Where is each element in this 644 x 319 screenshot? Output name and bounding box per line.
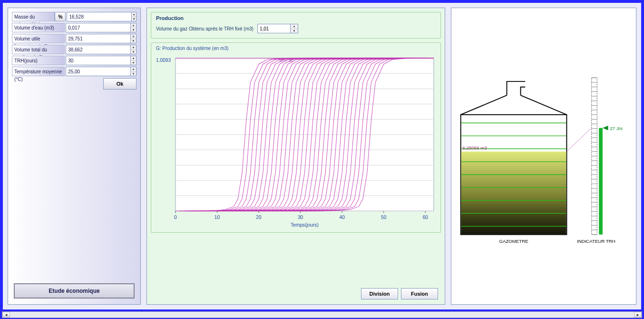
svg-text:INDICATEUR TRH: INDICATEUR TRH (577, 239, 615, 244)
param-input[interactable] (66, 23, 131, 32)
param-label: TRH(jours) (12, 56, 65, 65)
volume-gaz-spinner[interactable]: ▲▼ (291, 24, 298, 33)
param-spinner[interactable]: ▲▼ (131, 34, 137, 43)
param-spinner[interactable]: ▲▼ (132, 12, 137, 21)
param-input[interactable] (66, 67, 131, 76)
division-button[interactable]: Division (361, 288, 398, 299)
param-label: Volume total du système (m3) (12, 45, 65, 54)
param-spinner[interactable]: ▲▼ (131, 67, 137, 76)
svg-line-83 (566, 128, 591, 152)
param-label: Température moyenne (°C) (12, 67, 65, 76)
svg-rect-31 (461, 151, 566, 234)
param-spinner[interactable]: ▲▼ (131, 45, 137, 54)
svg-marker-80 (603, 126, 608, 130)
input-parameters-panel: Masse du substrat(Kg):%▲▼Volume d'eau (m… (8, 8, 141, 305)
svg-text:GAZOMETRE: GAZOMETRE (499, 239, 528, 244)
production-chart: 0102030405060Temps(jours)1.0093trh= 30 (155, 53, 437, 229)
param-row-1: Volume d'eau (m3)▲▼ (12, 23, 137, 32)
svg-text:40: 40 (340, 215, 345, 220)
svg-text:60: 60 (423, 215, 429, 220)
svg-rect-79 (599, 128, 603, 235)
param-label: Volume utile fermenteur (m3) (12, 34, 65, 43)
svg-text:27 Jrs: 27 Jrs (610, 126, 623, 131)
chart-group: G: Production du système (en m3) 0102030… (151, 42, 441, 233)
param-label: Volume d'eau (m3) (12, 23, 65, 32)
fusion-button[interactable]: Fusion (401, 288, 438, 299)
production-group: Production Volume du gaz Obtenu après le… (151, 12, 441, 39)
svg-text:20: 20 (256, 215, 262, 220)
param-row-4: TRH(jours)▲▼ (12, 56, 137, 65)
scroll-left-arrow[interactable]: ◄ (2, 312, 10, 318)
param-input[interactable] (67, 12, 132, 21)
svg-text:6,25056 m3: 6,25056 m3 (463, 145, 487, 150)
percent-button[interactable]: % (55, 12, 66, 21)
svg-text:10: 10 (215, 215, 220, 220)
scroll-right-arrow[interactable]: ► (634, 312, 642, 318)
param-label: Masse du substrat(Kg): (12, 12, 55, 21)
gazometre-graphic: 6,25056 m3GAZOMETRE27 JrsINDICATEUR TRH (456, 18, 631, 295)
production-group-title: Production (156, 15, 436, 21)
gazometre-panel: 6,25056 m3GAZOMETRE27 JrsINDICATEUR TRH (451, 8, 636, 305)
svg-text:1.0093: 1.0093 (156, 58, 171, 63)
svg-text:30: 30 (298, 215, 303, 220)
etude-economique-button[interactable]: Etude économique (14, 283, 135, 299)
svg-text:0: 0 (174, 215, 177, 220)
chart-title: G: Production du système (en m3) (156, 46, 439, 51)
param-input[interactable] (66, 45, 131, 54)
horizontal-scrollbar[interactable]: ◄ ► (2, 311, 642, 318)
param-row-0: Masse du substrat(Kg):%▲▼ (12, 12, 137, 21)
param-row-3: Volume total du système (m3)▲▼ (12, 45, 137, 54)
param-row-5: Température moyenne (°C)▲▼ (12, 67, 137, 76)
param-input[interactable] (66, 56, 131, 65)
param-spinner[interactable]: ▲▼ (131, 23, 137, 32)
param-row-2: Volume utile fermenteur (m3)▲▼ (12, 34, 137, 43)
volume-gaz-label: Volume du gaz Obtenu après le TRH fixé (… (156, 26, 254, 31)
param-input[interactable] (66, 34, 131, 43)
ok-button[interactable]: Ok (103, 78, 137, 90)
svg-text:Temps(jours): Temps(jours) (291, 222, 319, 228)
volume-gaz-input[interactable] (257, 24, 291, 33)
svg-text:50: 50 (381, 215, 387, 220)
production-panel: Production Volume du gaz Obtenu après le… (146, 8, 445, 305)
param-spinner[interactable]: ▲▼ (131, 56, 137, 65)
